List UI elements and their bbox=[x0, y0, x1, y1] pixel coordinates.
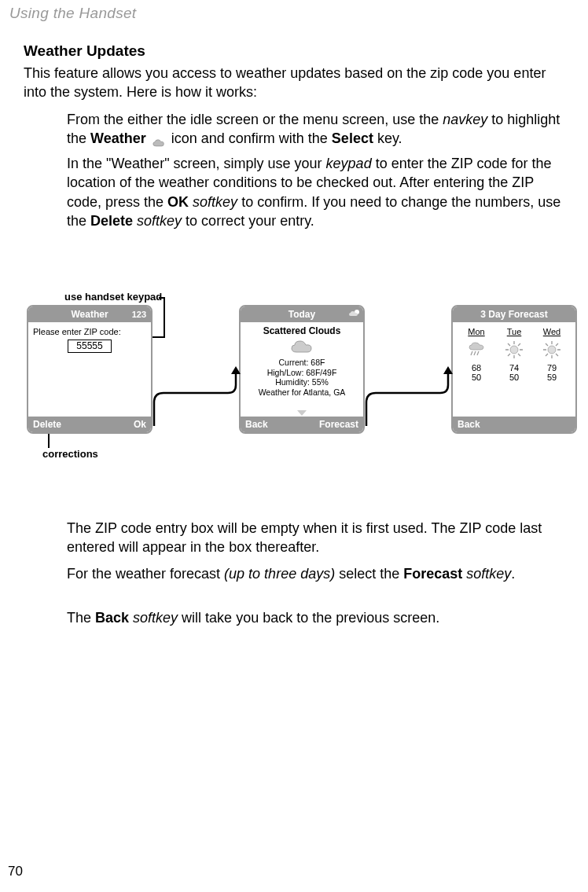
back-softkey[interactable]: Back bbox=[458, 417, 480, 432]
svg-point-13 bbox=[548, 346, 556, 354]
weather-condition: Scattered Clouds bbox=[244, 325, 360, 337]
temps: 79 59 bbox=[535, 363, 568, 383]
forecast-row: Mon 68 50 Tue 74 50 bbox=[456, 325, 572, 383]
back-term: Back bbox=[95, 610, 129, 626]
screen-header: Weather 123 bbox=[28, 307, 151, 322]
svg-line-19 bbox=[556, 354, 558, 356]
text: From the either the idle screen or the m… bbox=[67, 112, 443, 127]
low: 50 bbox=[460, 373, 493, 383]
low: 50 bbox=[498, 373, 531, 383]
location: Weather for Atlanta, GA bbox=[244, 387, 360, 398]
annotation-corrections: corrections bbox=[42, 448, 98, 460]
screen-body: Please enter ZIP code: 55555 bbox=[28, 322, 151, 417]
svg-line-20 bbox=[546, 354, 548, 356]
paragraph-1: From the either the idle screen or the m… bbox=[67, 110, 564, 149]
text: key. bbox=[373, 130, 402, 146]
screen-weather-zip: Weather 123 Please enter ZIP code: 55555… bbox=[27, 305, 153, 434]
high: 74 bbox=[498, 363, 531, 373]
softkey-term: softkey bbox=[137, 213, 182, 229]
forecast-day-tue: Tue 74 50 bbox=[498, 327, 531, 383]
screen-today: Today Scattered Clouds Current: 68F High… bbox=[239, 305, 365, 434]
weather-details: Current: 68F High/Low: 68F/49F Humidity:… bbox=[244, 358, 360, 397]
svg-line-11 bbox=[508, 354, 510, 356]
text: In the "Weather" screen, simply use your bbox=[67, 156, 326, 171]
high: 79 bbox=[535, 363, 568, 373]
cloud-icon bbox=[152, 134, 166, 145]
softkey-term: softkey bbox=[193, 194, 237, 210]
diagram: use handset keypad corrections Weather 1… bbox=[27, 302, 561, 481]
svg-line-2 bbox=[474, 351, 476, 355]
temps: 74 50 bbox=[498, 363, 531, 383]
svg-line-18 bbox=[546, 343, 548, 346]
svg-marker-23 bbox=[443, 366, 453, 374]
paragraph-2: In the "Weather" screen, simply use your… bbox=[67, 154, 564, 230]
page-header: Using the Handset bbox=[9, 5, 136, 22]
page-number: 70 bbox=[8, 864, 23, 879]
delete-term: Delete bbox=[90, 213, 133, 229]
paragraph-3: The ZIP code entry box will be empty whe… bbox=[67, 519, 564, 557]
screen-body: Scattered Clouds Current: 68F High/Low: … bbox=[241, 322, 363, 417]
text: For the weather forecast bbox=[67, 566, 224, 582]
callout-line bbox=[164, 297, 165, 338]
temps: 68 50 bbox=[460, 363, 493, 383]
ok-term: OK bbox=[167, 194, 189, 210]
sun-icon bbox=[504, 340, 524, 360]
softkey-term: softkey bbox=[466, 566, 511, 582]
sun-icon bbox=[542, 340, 562, 360]
callout-line bbox=[159, 297, 165, 299]
day-label: Tue bbox=[498, 327, 531, 338]
up-to-three-days: (up to three days) bbox=[224, 566, 335, 582]
svg-point-4 bbox=[510, 346, 518, 354]
navkey-term: navkey bbox=[443, 112, 487, 127]
screen-footer: Back bbox=[453, 417, 575, 432]
input-mode-indicator: 123 bbox=[132, 307, 146, 322]
screen-footer: Delete Ok bbox=[28, 417, 151, 432]
rain-icon bbox=[466, 340, 487, 360]
svg-line-12 bbox=[518, 343, 520, 346]
section-title: Weather Updates bbox=[24, 42, 145, 60]
paragraph-5: The Back softkey will take you back to t… bbox=[67, 608, 564, 627]
ok-softkey[interactable]: Ok bbox=[134, 417, 146, 432]
svg-line-3 bbox=[477, 351, 479, 355]
screen-body: Mon 68 50 Tue 74 50 bbox=[453, 322, 575, 417]
screen-title: Today bbox=[288, 309, 315, 320]
sun-cloud-icon bbox=[348, 308, 361, 319]
screen-header: Today bbox=[241, 307, 363, 322]
intro-paragraph: This feature allows you access to weathe… bbox=[24, 64, 564, 102]
svg-line-10 bbox=[518, 354, 520, 356]
svg-marker-22 bbox=[231, 366, 241, 374]
day-label: Mon bbox=[460, 327, 493, 338]
current-temp: Current: 68F bbox=[244, 358, 360, 368]
screen-title: 3 Day Forecast bbox=[480, 309, 547, 320]
screen-footer: Back Forecast bbox=[241, 417, 363, 432]
forecast-softkey[interactable]: Forecast bbox=[319, 417, 358, 432]
forecast-term: Forecast bbox=[403, 566, 462, 582]
text: to correct your entry. bbox=[182, 213, 314, 229]
screen-header: 3 Day Forecast bbox=[453, 307, 575, 322]
scroll-down-icon bbox=[297, 410, 307, 416]
text: icon and confirm with the bbox=[167, 130, 332, 146]
text: will take you back to the previous scree… bbox=[178, 610, 439, 626]
svg-line-21 bbox=[556, 343, 558, 346]
high: 68 bbox=[460, 363, 493, 373]
text: The bbox=[67, 610, 95, 626]
forecast-day-wed: Wed 79 59 bbox=[535, 327, 568, 383]
delete-softkey[interactable]: Delete bbox=[33, 417, 61, 432]
screen-title: Weather bbox=[71, 309, 108, 320]
screen-forecast: 3 Day Forecast Mon 68 50 Tue bbox=[451, 305, 577, 434]
humidity: Humidity: 55% bbox=[244, 377, 360, 387]
zip-input[interactable]: 55555 bbox=[68, 340, 112, 353]
zip-prompt: Please enter ZIP code: bbox=[31, 325, 148, 338]
text: select the bbox=[335, 566, 403, 582]
svg-line-1 bbox=[471, 351, 472, 355]
cloud-icon bbox=[289, 339, 314, 356]
select-term: Select bbox=[332, 130, 373, 146]
weather-term: Weather bbox=[90, 130, 146, 146]
day-label: Wed bbox=[535, 327, 568, 338]
paragraph-4: For the weather forecast (up to three da… bbox=[67, 564, 564, 583]
svg-line-9 bbox=[508, 343, 510, 346]
back-softkey[interactable]: Back bbox=[245, 417, 268, 432]
annotation-keypad: use handset keypad bbox=[64, 291, 162, 303]
low: 59 bbox=[535, 373, 568, 383]
keypad-term: keypad bbox=[326, 156, 372, 171]
